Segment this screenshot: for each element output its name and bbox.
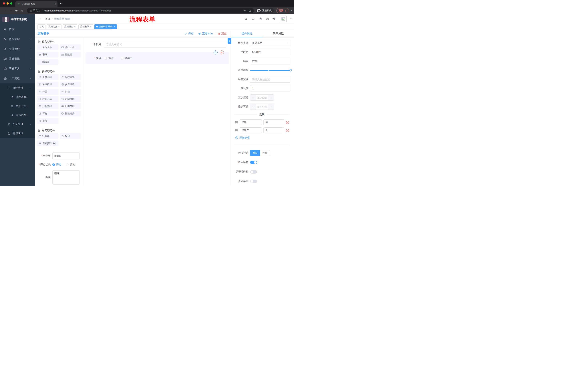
decrease-button[interactable]: − bbox=[250, 95, 256, 100]
palette-item[interactable]: 多行文本 bbox=[60, 44, 81, 50]
sidebar-item-leave-query[interactable]: 请假查询 bbox=[0, 129, 35, 138]
option-style-choice-0[interactable]: 默认 bbox=[250, 150, 260, 156]
browser-caret-down-icon[interactable]: ▾ bbox=[291, 10, 292, 12]
palette-item[interactable]: 级联选择 bbox=[60, 74, 81, 80]
search-icon[interactable] bbox=[244, 17, 248, 21]
palette-item[interactable]: 编辑器 bbox=[37, 59, 58, 65]
selected-component[interactable]: 性别 选项一 选项二 bbox=[85, 53, 229, 64]
remark-textarea[interactable] bbox=[52, 170, 80, 185]
toggle-switch[interactable] bbox=[250, 170, 257, 174]
drag-handle-icon[interactable] bbox=[235, 129, 238, 132]
key-icon[interactable] bbox=[243, 9, 246, 12]
component-type-select[interactable]: 多选框组 bbox=[250, 40, 290, 46]
default-value-input[interactable] bbox=[250, 85, 290, 92]
view-json-button[interactable]: 查看json bbox=[198, 32, 213, 35]
traffic-minimize-button[interactable] bbox=[7, 2, 9, 5]
palette-item[interactable]: 密码 bbox=[37, 52, 58, 57]
palette-item[interactable]: 上传 bbox=[37, 118, 58, 124]
update-button[interactable]: 更新 ⋮ bbox=[276, 8, 289, 13]
phone-input[interactable] bbox=[104, 41, 226, 48]
remove-option-icon[interactable] bbox=[286, 129, 289, 132]
sidebar-item-system[interactable]: 系统管理 bbox=[0, 34, 35, 44]
traffic-zoom-button[interactable] bbox=[10, 2, 12, 5]
breadcrumb-home[interactable]: 首页 bbox=[45, 17, 50, 21]
avatar-caret-down-icon[interactable]: ▾ bbox=[290, 18, 292, 20]
clear-button[interactable]: 清空 bbox=[217, 32, 227, 35]
palette-item[interactable]: 时间选择 bbox=[37, 96, 58, 102]
label-width-input[interactable] bbox=[250, 76, 290, 83]
new-tab-button[interactable]: + bbox=[60, 2, 62, 5]
checkbox-icon[interactable] bbox=[104, 57, 107, 60]
sidebar-item-infra[interactable]: 基础设施 bbox=[0, 54, 35, 64]
form-canvas[interactable]: 手机号 性别 选项一 选项二 bbox=[83, 37, 231, 186]
phone-field-row[interactable]: 手机号 bbox=[85, 41, 229, 48]
home-icon[interactable]: ⌂ bbox=[20, 9, 25, 12]
sidebar-item-payment[interactable]: 支付管理 bbox=[0, 44, 35, 54]
radio-icon[interactable] bbox=[52, 163, 55, 166]
browser-tab[interactable]: 芋道管理系统 × bbox=[15, 1, 57, 7]
sidebar-item-process-mgmt[interactable]: 流程管理 bbox=[0, 83, 35, 93]
copy-component-button[interactable] bbox=[214, 50, 218, 54]
radio-icon[interactable] bbox=[66, 163, 69, 166]
sidebar-item-home[interactable]: 首页 bbox=[0, 24, 35, 34]
tag-item-0[interactable]: 首页 bbox=[37, 24, 45, 29]
palette-item[interactable]: 按钮 bbox=[60, 133, 81, 139]
option-label-input[interactable] bbox=[240, 119, 262, 125]
tag-item-4[interactable]: 流程表单-编辑 × bbox=[94, 24, 117, 29]
sidebar-item-process-form[interactable]: 流程表单 bbox=[0, 93, 35, 102]
drag-handle-icon[interactable] bbox=[235, 121, 238, 124]
add-option-button[interactable]: 添加选项 bbox=[235, 136, 290, 139]
palette-item[interactable]: 单选框组 bbox=[37, 82, 58, 87]
palette-item[interactable]: 评分 bbox=[37, 111, 58, 117]
min-select-input[interactable] bbox=[256, 95, 268, 100]
toggle-switch[interactable] bbox=[250, 180, 257, 183]
palette-item[interactable]: 行容器 bbox=[37, 133, 58, 139]
drawer-handle[interactable] bbox=[228, 38, 231, 44]
tag-item-2[interactable]: 流程模型 × bbox=[63, 24, 77, 29]
close-icon[interactable]: × bbox=[114, 25, 115, 28]
tag-item-1[interactable]: 流程定义 × bbox=[47, 24, 62, 29]
grid-slider[interactable] bbox=[250, 67, 290, 74]
bookmark-star-icon[interactable] bbox=[249, 9, 251, 12]
reload-icon[interactable]: ⟳ bbox=[14, 9, 19, 12]
tags-scrollbar[interactable] bbox=[37, 29, 112, 30]
max-select-input[interactable] bbox=[256, 104, 268, 110]
back-icon[interactable]: ← bbox=[2, 9, 7, 12]
close-icon[interactable]: × bbox=[58, 25, 60, 28]
toggle-switch[interactable] bbox=[250, 161, 257, 164]
close-tab-icon[interactable]: × bbox=[55, 3, 56, 5]
decrease-button[interactable]: − bbox=[250, 104, 256, 110]
collapse-sidebar-icon[interactable] bbox=[38, 17, 42, 21]
security-label[interactable]: 不安全 bbox=[33, 9, 40, 12]
palette-item[interactable]: 日期选择 bbox=[37, 103, 58, 109]
save-button[interactable]: 保存 bbox=[184, 32, 194, 35]
radio-option[interactable]: 开启 bbox=[52, 163, 61, 166]
sidebar-item-task-mgmt[interactable]: 任务管理 bbox=[0, 120, 35, 129]
title-input[interactable] bbox=[250, 58, 290, 64]
avatar[interactable] bbox=[280, 16, 286, 22]
increase-button[interactable]: + bbox=[268, 104, 274, 110]
palette-item[interactable]: 单行文本 bbox=[37, 44, 58, 50]
palette-item[interactable]: 下拉选择 bbox=[37, 74, 58, 80]
option-style-choice-1[interactable]: 按钮 bbox=[260, 150, 270, 156]
sidebar-item-user-group[interactable]: 用户分组 bbox=[0, 102, 35, 111]
palette-item[interactable]: 滑块 bbox=[60, 89, 81, 95]
palette-item[interactable]: 开关 bbox=[37, 89, 58, 95]
remove-option-icon[interactable] bbox=[286, 121, 289, 124]
font-size-icon[interactable]: TT bbox=[273, 17, 276, 21]
checkbox-icon[interactable] bbox=[121, 57, 123, 60]
forward-icon[interactable]: → bbox=[8, 9, 13, 12]
url-bar[interactable]: 不安全 dashboard.yudao.iocoder.cn/bpm/manag… bbox=[27, 8, 254, 13]
kebab-menu-icon[interactable]: ⋮ bbox=[284, 9, 287, 12]
panel-tab-0[interactable]: 组件属性 bbox=[231, 30, 263, 37]
sidebar-item-workflow[interactable]: 工作流程 bbox=[0, 74, 35, 83]
slider-handle[interactable] bbox=[289, 69, 292, 72]
checkbox-option[interactable]: 选项一 bbox=[104, 57, 116, 60]
panel-tab-1[interactable]: 表单属性 bbox=[263, 30, 294, 37]
sidebar-item-devtools[interactable]: 研发工具 bbox=[0, 64, 35, 74]
help-icon[interactable] bbox=[259, 17, 262, 21]
checkbox-option[interactable]: 选项二 bbox=[121, 57, 132, 60]
field-name-input[interactable] bbox=[250, 49, 290, 55]
option-label-input[interactable] bbox=[240, 128, 262, 133]
palette-item[interactable]: 日期范围 bbox=[60, 103, 81, 109]
